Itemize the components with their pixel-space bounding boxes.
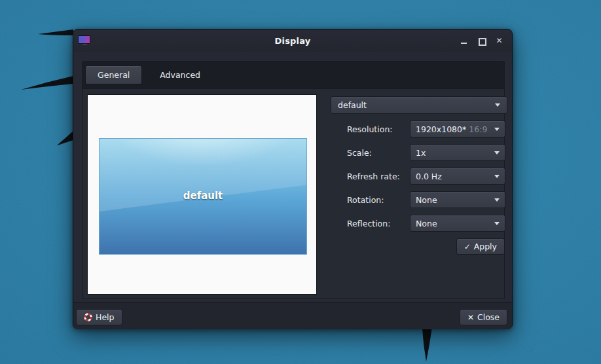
reflection-value: None (416, 219, 489, 228)
close-button-label: Close (477, 312, 500, 322)
titlebar[interactable]: Display ✕ (73, 29, 512, 52)
refresh-rate-dropdown[interactable]: 0.0 Hz (410, 168, 505, 185)
dialog-footer: Help ✕ Close (73, 302, 512, 329)
refresh-rate-label: Refresh rate: (331, 172, 410, 181)
output-selector-dropdown[interactable]: default (331, 96, 507, 114)
chevron-down-icon (494, 175, 500, 178)
close-button[interactable]: ✕ Close (460, 309, 507, 325)
chevron-down-icon (495, 103, 500, 107)
maximize-button[interactable] (477, 37, 486, 45)
reflection-row: Reflection: None (331, 215, 507, 232)
minimize-button[interactable] (460, 37, 468, 45)
scale-value: 1x (416, 148, 489, 158)
monitor-name-label: default (100, 190, 306, 202)
scale-label: Scale: (331, 148, 410, 158)
window-controls: ✕ (460, 29, 503, 52)
close-window-button[interactable]: ✕ (495, 37, 503, 45)
chevron-down-icon (494, 128, 500, 131)
refresh-rate-row: Refresh rate: 0.0 Hz (331, 168, 507, 185)
settings-notebook: General Advanced default default Resolut… (82, 61, 505, 299)
window-title: Display (73, 36, 512, 46)
resolution-dropdown[interactable]: 1920x1080*16:9 (410, 120, 505, 137)
reflection-dropdown[interactable]: None (410, 215, 505, 232)
tab-advanced[interactable]: Advanced (147, 65, 213, 84)
refresh-rate-value: 0.0 Hz (416, 172, 489, 181)
option-rows: Resolution: 1920x1080*16:9 Scale: 1x Ref… (331, 120, 507, 232)
apply-button-label: Apply (474, 242, 497, 251)
checkmark-icon: ✓ (464, 242, 471, 251)
display-settings-window: Display ✕ General Advanced default defau… (73, 29, 513, 329)
resolution-value: 1920x1080* (416, 124, 466, 134)
tab-general[interactable]: General (85, 65, 142, 84)
reflection-label: Reflection: (331, 219, 410, 228)
chevron-down-icon (494, 198, 500, 202)
chevron-down-icon (494, 222, 500, 225)
rotation-row: Rotation: None (331, 191, 507, 208)
chevron-down-icon (494, 151, 500, 155)
monitor-preview[interactable]: default (99, 138, 307, 255)
lifebuoy-help-icon (84, 313, 92, 321)
help-button-label: Help (96, 312, 115, 322)
help-button[interactable]: Help (76, 309, 122, 325)
resolution-label: Resolution: (331, 124, 410, 134)
apply-button[interactable]: ✓ Apply (456, 238, 505, 255)
close-x-icon: ✕ (467, 313, 474, 322)
output-selector-value: default (338, 100, 490, 110)
resolution-row: Resolution: 1920x1080*16:9 (331, 120, 507, 137)
scale-dropdown[interactable]: 1x (410, 144, 505, 161)
rotation-dropdown[interactable]: None (410, 191, 505, 208)
tab-strip: General Advanced (82, 62, 504, 89)
aspect-ratio-value: 16:9 (469, 124, 487, 134)
rotation-value: None (416, 195, 489, 205)
monitor-preview-pane: default (87, 94, 317, 295)
display-options-panel: default Resolution: 1920x1080*16:9 Scale… (331, 96, 507, 255)
rotation-label: Rotation: (331, 195, 410, 205)
scale-row: Scale: 1x (331, 144, 507, 161)
